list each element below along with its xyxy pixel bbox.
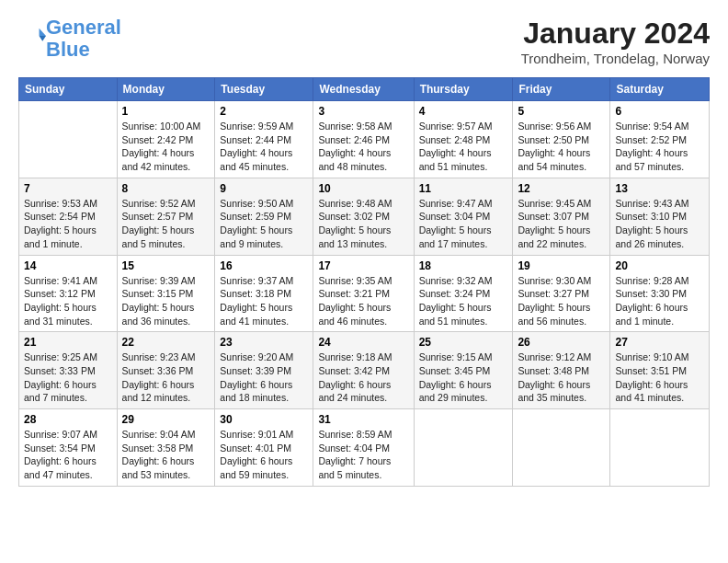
day-info: Sunrise: 9:07 AM Sunset: 3:54 PM Dayligh… (24, 428, 112, 482)
day-info: Sunrise: 9:45 AM Sunset: 3:07 PM Dayligh… (518, 197, 605, 251)
day-cell: 28Sunrise: 9:07 AM Sunset: 3:54 PM Dayli… (19, 409, 118, 487)
day-cell: 29Sunrise: 9:04 AM Sunset: 3:58 PM Dayli… (117, 409, 215, 487)
logo-icon (20, 24, 46, 50)
day-cell: 13Sunrise: 9:43 AM Sunset: 3:10 PM Dayli… (610, 178, 710, 255)
day-cell: 26Sunrise: 9:12 AM Sunset: 3:48 PM Dayli… (513, 332, 610, 409)
col-header-sunday: Sunday (19, 78, 118, 101)
day-number: 17 (318, 259, 408, 272)
day-info: Sunrise: 8:59 AM Sunset: 4:04 PM Dayligh… (318, 428, 408, 482)
day-number: 10 (318, 182, 408, 195)
header-row: SundayMondayTuesdayWednesdayThursdayFrid… (19, 78, 710, 101)
week-row-3: 14Sunrise: 9:41 AM Sunset: 3:12 PM Dayli… (19, 255, 710, 332)
day-cell (513, 409, 610, 487)
day-number: 8 (122, 182, 210, 195)
day-number: 18 (419, 259, 508, 272)
day-info: Sunrise: 9:48 AM Sunset: 3:02 PM Dayligh… (318, 197, 408, 251)
day-info: Sunrise: 9:39 AM Sunset: 3:15 PM Dayligh… (122, 274, 210, 328)
day-info: Sunrise: 9:59 AM Sunset: 2:44 PM Dayligh… (220, 120, 308, 174)
day-number: 6 (615, 105, 704, 118)
day-cell (19, 101, 118, 178)
day-number: 16 (220, 259, 308, 272)
day-cell: 12Sunrise: 9:45 AM Sunset: 3:07 PM Dayli… (513, 178, 610, 255)
day-info: Sunrise: 9:35 AM Sunset: 3:21 PM Dayligh… (318, 274, 408, 328)
day-info: Sunrise: 9:47 AM Sunset: 3:04 PM Dayligh… (419, 197, 508, 251)
logo-blue: Blue (46, 38, 90, 61)
day-cell: 9Sunrise: 9:50 AM Sunset: 2:59 PM Daylig… (215, 178, 313, 255)
day-number: 5 (518, 105, 605, 118)
day-cell: 27Sunrise: 9:10 AM Sunset: 3:51 PM Dayli… (610, 332, 710, 409)
day-info: Sunrise: 9:20 AM Sunset: 3:39 PM Dayligh… (220, 350, 308, 405)
day-info: Sunrise: 9:52 AM Sunset: 2:57 PM Dayligh… (122, 197, 210, 251)
day-number: 28 (24, 413, 112, 426)
calendar-subtitle: Trondheim, Trondelag, Norway (521, 51, 710, 66)
day-info: Sunrise: 9:43 AM Sunset: 3:10 PM Dayligh… (615, 197, 704, 251)
day-info: Sunrise: 9:56 AM Sunset: 2:50 PM Dayligh… (518, 120, 605, 174)
day-cell: 5Sunrise: 9:56 AM Sunset: 2:50 PM Daylig… (513, 101, 610, 178)
svg-marker-1 (40, 36, 46, 41)
day-cell: 23Sunrise: 9:20 AM Sunset: 3:39 PM Dayli… (215, 332, 313, 409)
day-info: Sunrise: 9:37 AM Sunset: 3:18 PM Dayligh… (220, 274, 308, 328)
day-info: Sunrise: 9:54 AM Sunset: 2:52 PM Dayligh… (615, 120, 704, 174)
day-info: Sunrise: 9:57 AM Sunset: 2:48 PM Dayligh… (419, 120, 508, 174)
day-number: 23 (220, 336, 308, 349)
day-number: 2 (220, 105, 308, 118)
day-number: 11 (419, 182, 508, 195)
day-cell: 25Sunrise: 9:15 AM Sunset: 3:45 PM Dayli… (414, 332, 513, 409)
calendar-title: January 2024 (521, 17, 710, 51)
day-info: Sunrise: 9:41 AM Sunset: 3:12 PM Dayligh… (24, 274, 112, 328)
day-cell: 21Sunrise: 9:25 AM Sunset: 3:33 PM Dayli… (19, 332, 118, 409)
day-cell: 31Sunrise: 8:59 AM Sunset: 4:04 PM Dayli… (313, 409, 414, 487)
day-cell: 19Sunrise: 9:30 AM Sunset: 3:27 PM Dayli… (513, 255, 610, 332)
day-number: 1 (122, 105, 210, 118)
day-number: 9 (220, 182, 308, 195)
day-cell: 4Sunrise: 9:57 AM Sunset: 2:48 PM Daylig… (414, 101, 513, 178)
day-info: Sunrise: 9:12 AM Sunset: 3:48 PM Dayligh… (518, 350, 605, 405)
col-header-wednesday: Wednesday (313, 78, 414, 101)
day-cell: 11Sunrise: 9:47 AM Sunset: 3:04 PM Dayli… (414, 178, 513, 255)
day-info: Sunrise: 9:04 AM Sunset: 3:58 PM Dayligh… (122, 428, 210, 482)
day-number: 13 (615, 182, 704, 195)
day-number: 22 (122, 336, 210, 349)
day-cell: 22Sunrise: 9:23 AM Sunset: 3:36 PM Dayli… (117, 332, 215, 409)
week-row-1: 1Sunrise: 10:00 AM Sunset: 2:42 PM Dayli… (19, 101, 710, 178)
day-info: Sunrise: 9:15 AM Sunset: 3:45 PM Dayligh… (419, 350, 508, 405)
day-cell: 20Sunrise: 9:28 AM Sunset: 3:30 PM Dayli… (610, 255, 710, 332)
logo: General Blue (18, 17, 121, 61)
col-header-monday: Monday (117, 78, 215, 101)
day-number: 4 (419, 105, 508, 118)
header: General Blue January 2024 Trondheim, Tro… (18, 17, 710, 66)
day-cell: 24Sunrise: 9:18 AM Sunset: 3:42 PM Dayli… (313, 332, 414, 409)
day-cell: 17Sunrise: 9:35 AM Sunset: 3:21 PM Dayli… (313, 255, 414, 332)
day-info: Sunrise: 9:10 AM Sunset: 3:51 PM Dayligh… (615, 350, 704, 405)
day-cell: 2Sunrise: 9:59 AM Sunset: 2:44 PM Daylig… (215, 101, 313, 178)
day-number: 25 (419, 336, 508, 349)
day-cell: 30Sunrise: 9:01 AM Sunset: 4:01 PM Dayli… (215, 409, 313, 487)
week-row-5: 28Sunrise: 9:07 AM Sunset: 3:54 PM Dayli… (19, 409, 710, 487)
day-number: 29 (122, 413, 210, 426)
day-info: Sunrise: 9:28 AM Sunset: 3:30 PM Dayligh… (615, 274, 704, 328)
svg-marker-0 (40, 29, 46, 36)
day-info: Sunrise: 9:25 AM Sunset: 3:33 PM Dayligh… (24, 350, 112, 405)
day-number: 26 (518, 336, 605, 349)
day-number: 21 (24, 336, 112, 349)
day-info: Sunrise: 9:32 AM Sunset: 3:24 PM Dayligh… (419, 274, 508, 328)
day-number: 30 (220, 413, 308, 426)
day-info: Sunrise: 9:58 AM Sunset: 2:46 PM Dayligh… (318, 120, 408, 174)
day-info: Sunrise: 9:01 AM Sunset: 4:01 PM Dayligh… (220, 428, 308, 482)
logo-general: General (46, 16, 121, 39)
day-number: 19 (518, 259, 605, 272)
day-number: 31 (318, 413, 408, 426)
day-cell: 16Sunrise: 9:37 AM Sunset: 3:18 PM Dayli… (215, 255, 313, 332)
day-cell: 3Sunrise: 9:58 AM Sunset: 2:46 PM Daylig… (313, 101, 414, 178)
week-row-2: 7Sunrise: 9:53 AM Sunset: 2:54 PM Daylig… (19, 178, 710, 255)
day-info: Sunrise: 9:23 AM Sunset: 3:36 PM Dayligh… (122, 350, 210, 405)
day-number: 15 (122, 259, 210, 272)
col-header-tuesday: Tuesday (215, 78, 313, 101)
day-number: 12 (518, 182, 605, 195)
page: General Blue January 2024 Trondheim, Tro… (0, 0, 728, 496)
day-cell (610, 409, 710, 487)
day-cell: 6Sunrise: 9:54 AM Sunset: 2:52 PM Daylig… (610, 101, 710, 178)
calendar-table: SundayMondayTuesdayWednesdayThursdayFrid… (18, 77, 710, 487)
day-info: Sunrise: 9:30 AM Sunset: 3:27 PM Dayligh… (518, 274, 605, 328)
day-number: 27 (615, 336, 704, 349)
